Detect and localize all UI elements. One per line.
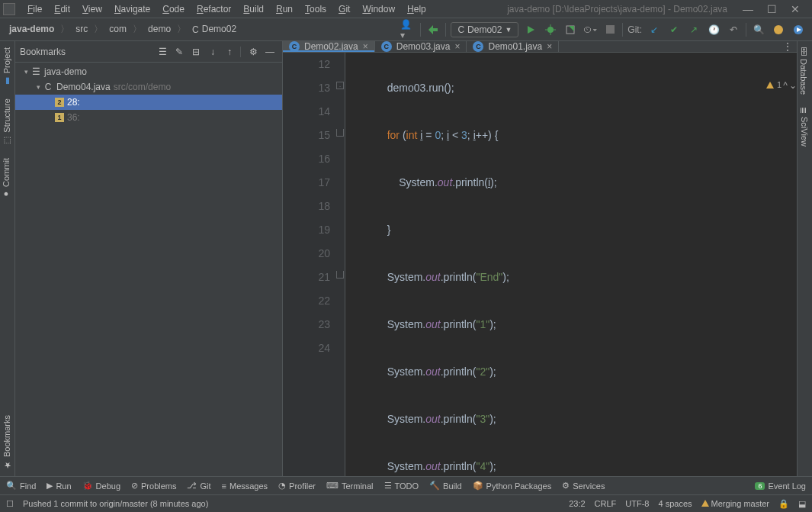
menu-edit[interactable]: Edit [48,2,76,16]
git-history-icon[interactable]: 🕐 [706,22,721,37]
line-number[interactable]: 21 [283,266,330,289]
menu-navigate[interactable]: Navigate [108,2,156,16]
tool-tab-event-log[interactable]: 6 Event Log [755,481,806,491]
menu-view[interactable]: View [76,2,108,16]
breadcrumb-com[interactable]: com [106,22,130,36]
profile-button[interactable]: ⏲▾ [583,22,598,37]
breadcrumb-src[interactable]: src [72,22,91,36]
line-number[interactable]: 12 [283,53,330,76]
fold-end-icon[interactable] [336,129,344,137]
fold-start-icon[interactable]: - [336,82,344,89]
editor-tab-demo01[interactable]: C Demo01.java × [467,41,559,52]
line-number[interactable]: 16 [283,147,330,171]
close-tab-icon[interactable]: × [547,41,552,52]
menu-help[interactable]: Help [401,2,432,16]
git-revert-icon[interactable]: ↶ [726,22,741,37]
menu-run[interactable]: Run [270,2,299,16]
line-number[interactable]: 23 [283,313,330,337]
inspection-nav[interactable]: ^⌄ [783,80,797,91]
line-number[interactable]: 13 [283,76,330,100]
inspection-summary[interactable]: 1 [766,80,782,89]
line-number[interactable]: 17 [283,171,330,195]
run-button[interactable] [523,22,538,37]
tool-tab-database[interactable]: 🗄 Database [798,41,810,101]
debug-button[interactable] [543,22,558,37]
search-icon[interactable]: 🔍 [751,22,766,37]
lock-icon[interactable]: 🔒 [778,499,789,509]
tool-tab-terminal[interactable]: ⌨ Terminal [326,481,374,491]
tool-tab-build[interactable]: 🔨 Build [429,481,461,491]
breadcrumb-demo[interactable]: demo [145,22,174,36]
line-number[interactable]: 22 [283,289,330,313]
memory-indicator[interactable]: ⬓ [798,499,806,509]
breadcrumb-project[interactable]: java-demo [6,22,57,36]
line-number[interactable]: 24 [283,337,330,360]
editor-body[interactable]: 12 13 14 15 16 17 18 19 20 21 22 23 24 - [283,53,797,512]
git-branch[interactable]: Merging master [701,499,769,508]
fold-gutter[interactable]: - [336,53,345,512]
ide-settings-icon[interactable] [771,22,786,37]
menu-window[interactable]: Window [356,2,401,16]
expander-icon[interactable]: ▾ [34,83,43,91]
git-update-icon[interactable]: ↙ [647,22,662,37]
code-area[interactable]: demo03.run(); for (int i = 0; i < 3; i++… [345,53,797,512]
bookmark-row-2[interactable]: 1 36: [15,110,282,125]
tool-tab-problems[interactable]: ⊘ Problems [131,481,176,491]
move-down-icon[interactable]: ↓ [205,44,220,60]
line-number-gutter[interactable]: 12 13 14 15 16 17 18 19 20 21 22 23 24 [283,53,336,512]
breadcrumb-class[interactable]: CDemo02 [189,22,239,37]
close-tab-icon[interactable]: × [454,41,460,52]
code-line[interactable]: System.out.println("4"); [351,455,797,478]
tool-tab-commit[interactable]: ● Commit [0,152,12,205]
indent-info[interactable]: 4 spaces [658,499,692,508]
editor-tabs-menu[interactable]: ⋮ [778,41,797,52]
editor-tab-demo02[interactable]: C Demo02.java × [283,41,375,52]
close-tab-icon[interactable]: × [363,41,368,52]
code-line[interactable]: System.out.println("1"); [351,313,797,337]
code-line[interactable]: System.out.println("End"); [351,266,797,289]
status-icon[interactable]: ☐ [6,499,14,509]
code-line[interactable]: System.out.println("3"); [351,407,797,431]
gear-icon[interactable]: ⚙ [246,44,261,60]
bookmarks-tree[interactable]: ▾ ☰ java-demo ▾ C Demo04.java src/com/de… [15,63,282,476]
tool-tab-structure[interactable]: ⬚ Structure [0,92,13,152]
edit-icon[interactable]: ✎ [172,44,187,60]
menu-build[interactable]: Build [237,2,270,16]
fold-end-icon[interactable] [336,271,344,279]
tool-tab-sciview[interactable]: ≣ SciView [798,101,810,153]
tool-tab-messages[interactable]: ≡ Messages [222,481,268,491]
hide-icon[interactable]: — [262,44,278,60]
code-line[interactable]: System.out.println(i); [351,171,797,195]
menu-tools[interactable]: Tools [299,2,332,16]
code-line[interactable]: System.out.println("2"); [351,360,797,384]
coverage-button[interactable] [563,22,578,37]
file-encoding[interactable]: UTF-8 [625,499,649,508]
caret-position[interactable]: 23:2 [569,499,585,508]
line-number[interactable]: 18 [283,195,330,218]
git-commit-icon[interactable]: ✔ [666,22,682,37]
line-number[interactable]: 15 [283,124,330,147]
menu-git[interactable]: Git [332,2,356,16]
code-line[interactable]: } [351,218,797,242]
stop-button[interactable] [602,22,618,37]
tool-tab-python-packages[interactable]: 📦 Python Packages [473,481,552,491]
close-button[interactable]: ✕ [791,3,800,15]
tool-tab-run[interactable]: ▶ Run [47,481,71,491]
line-number[interactable]: 20 [283,242,330,266]
tool-tab-project[interactable]: ▮Project [0,41,13,92]
tool-tab-services[interactable]: ⚙ Services [562,481,605,491]
code-line[interactable]: for (int i = 0; i < 3; i++) { [351,124,797,147]
tool-tab-debug[interactable]: 🐞 Debug [82,481,120,491]
delete-icon[interactable]: ⊟ [188,44,204,60]
line-separator[interactable]: CRLF [595,499,617,508]
line-number[interactable]: 19 [283,218,330,242]
menu-refactor[interactable]: Refactor [191,2,237,16]
tool-tab-profiler[interactable]: ◔ Profiler [278,481,316,491]
new-list-icon[interactable]: ☰ [155,44,170,60]
tree-file[interactable]: ▾ C Demo04.java src/com/demo [15,79,282,95]
editor-tab-demo03[interactable]: C Demo03.java × [375,41,467,52]
menu-file[interactable]: File [21,2,48,16]
tool-tab-git[interactable]: ⎇ Git [187,481,210,491]
user-icon[interactable]: 👤▾ [400,22,416,37]
tree-root[interactable]: ▾ ☰ java-demo [15,64,282,79]
